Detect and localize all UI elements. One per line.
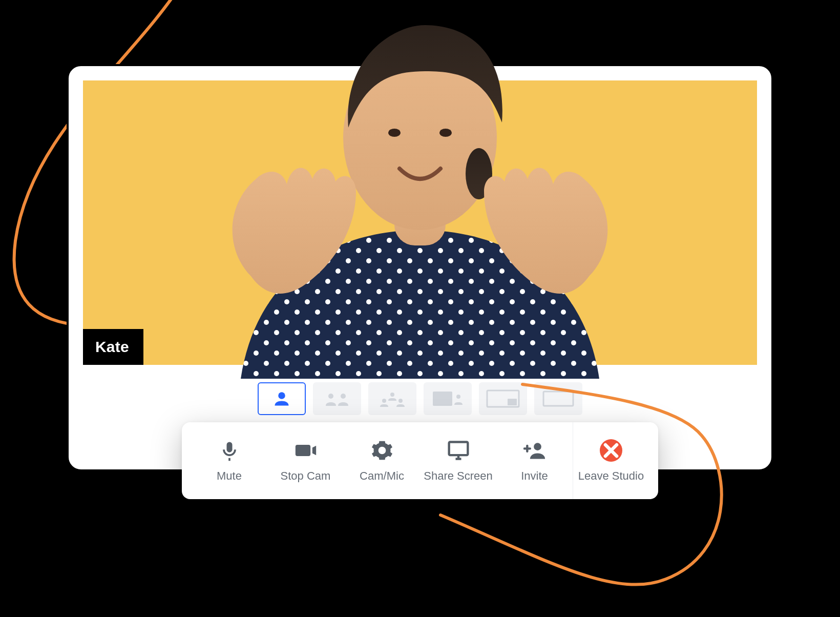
layout-pip[interactable] — [424, 382, 472, 415]
layout-selector — [258, 382, 582, 415]
participant-name-tag: Kate — [83, 329, 143, 365]
participant-name: Kate — [95, 338, 129, 355]
leave-studio-button[interactable]: Leave Studio — [573, 422, 649, 499]
layout-three-up[interactable] — [368, 382, 416, 415]
mute-button[interactable]: Mute — [191, 422, 267, 499]
layout-solo[interactable] — [258, 382, 306, 415]
invite-button[interactable]: Invite — [496, 422, 573, 499]
presenter-video — [179, 10, 661, 379]
share-screen-label: Share Screen — [424, 469, 493, 483]
svg-point-7 — [439, 129, 452, 137]
cam-mic-settings-button[interactable]: Cam/Mic — [344, 422, 420, 499]
studio-window: Kate — [67, 64, 773, 471]
svg-rect-14 — [433, 392, 452, 406]
leave-label: Leave Studio — [578, 469, 644, 483]
cam-mic-label: Cam/Mic — [360, 469, 404, 483]
svg-rect-19 — [449, 442, 468, 456]
mute-label: Mute — [217, 469, 242, 483]
svg-point-20 — [534, 443, 541, 450]
share-screen-button[interactable]: Share Screen — [420, 422, 496, 499]
svg-point-8 — [278, 392, 285, 399]
monitor-icon — [447, 439, 470, 462]
svg-rect-17 — [508, 399, 517, 405]
gear-icon — [370, 439, 394, 462]
svg-point-10 — [341, 394, 346, 399]
close-icon — [599, 439, 623, 462]
invite-label: Invite — [521, 469, 548, 483]
mic-icon — [218, 439, 241, 462]
layout-two-up[interactable] — [313, 382, 361, 415]
svg-point-15 — [456, 395, 460, 399]
camera-icon — [294, 439, 318, 462]
add-user-icon — [523, 439, 547, 462]
svg-point-9 — [328, 394, 333, 399]
stop-cam-button[interactable]: Stop Cam — [267, 422, 344, 499]
control-toolbar: Mute Stop Cam Cam/Mic Share Screen — [182, 422, 658, 499]
layout-fullscreen[interactable] — [534, 382, 582, 415]
svg-point-6 — [388, 129, 401, 137]
svg-point-13 — [398, 399, 403, 403]
svg-point-11 — [382, 399, 386, 403]
svg-point-12 — [390, 393, 394, 397]
stop-cam-label: Stop Cam — [281, 469, 331, 483]
layout-screen-pip[interactable] — [479, 382, 527, 415]
svg-rect-18 — [543, 392, 573, 406]
